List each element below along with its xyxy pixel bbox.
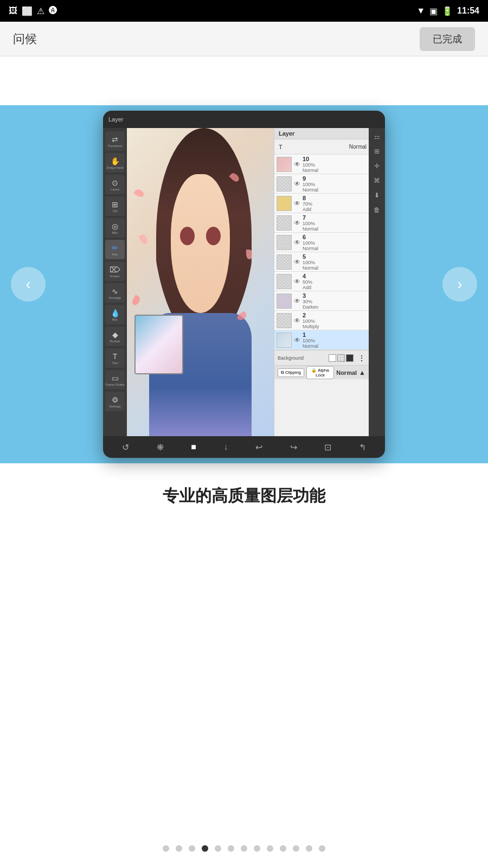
layer-row-2[interactable]: 👁 2 100% Multiply [274, 311, 369, 330]
layer-info-5: 5 100% Normal [303, 253, 367, 271]
layer-info-2: 2 100% Multiply [303, 312, 367, 329]
dot-7[interactable] [241, 845, 247, 852]
status-bar: 🖼 ⬜ ⚠ 🅐 ▼ ▣ 🔋 11:54 [0, 0, 488, 22]
square-icon: ⬜ [22, 6, 33, 16]
layer-row-7[interactable]: 👁 7 100% Normal [274, 213, 369, 233]
nav-title: 问候 [13, 31, 37, 47]
layer-row-10[interactable]: 👁 10 100% Normal [274, 155, 369, 174]
tool-bucket[interactable]: ◆ Bucket [105, 327, 125, 346]
dot-5[interactable] [215, 845, 221, 852]
dot-indicators-wrapper [0, 835, 488, 868]
bottom-redo-icon[interactable]: ↪ [290, 442, 297, 452]
layer-eye-9[interactable]: 👁 [294, 180, 300, 188]
bottom-square-icon[interactable]: ■ [191, 442, 196, 452]
dot-2[interactable] [176, 845, 182, 852]
layer-eye-3[interactable]: 👁 [294, 297, 300, 305]
layer-eye-5[interactable]: 👁 [294, 258, 300, 266]
tablet-frame: Layer ⇄ Transform ✋ Drag+Hand [103, 111, 385, 458]
dot-4[interactable] [202, 845, 208, 852]
right-icon-download[interactable]: ⬇ [370, 189, 383, 202]
tool-settings[interactable]: ⚙ Settings [105, 392, 125, 411]
layer-info-1: 1 100% Normal [303, 331, 367, 349]
tool-fill[interactable]: ⊞ Fill [105, 196, 125, 216]
layer-eye-4[interactable]: 👁 [294, 278, 300, 285]
layer-eye-10[interactable]: 👁 [294, 161, 300, 168]
done-button[interactable]: 已完成 [420, 27, 475, 51]
tool-text[interactable]: T Text [105, 348, 125, 368]
tool-pen[interactable]: ✏ Pen [105, 240, 125, 259]
layer-thumb-6 [277, 235, 292, 250]
dot-8[interactable] [254, 845, 260, 852]
layer-thumb-8 [277, 196, 292, 211]
battery-icon: 🔋 [442, 6, 453, 16]
carousel-next-button[interactable]: › [442, 267, 477, 302]
tool-smudge[interactable]: ∿ Smudge [105, 283, 125, 303]
layer-panel-header: Layer [274, 128, 369, 139]
background-more-icon[interactable]: ⋮ [358, 354, 365, 362]
settings-icon: ⚙ [112, 395, 119, 404]
bottom-back-icon[interactable]: ↰ [359, 442, 366, 452]
tool-frame[interactable]: ▭ Frame Studio [105, 370, 125, 390]
dot-12[interactable] [306, 845, 312, 852]
carousel-prev-button[interactable]: ‹ [11, 267, 46, 302]
fill-icon: ⊞ [112, 200, 118, 209]
alpha-lock-button[interactable]: 🔒 Alpha Lock [306, 366, 334, 379]
layer-row-3[interactable]: 👁 3 30% Darken [274, 291, 369, 311]
clipping-icon: ⧉ [281, 370, 284, 375]
nav-bar: 问候 已完成 [0, 22, 488, 56]
blend-bar: ⧉ Clipping 🔒 Alpha Lock Normal ▲ [274, 365, 369, 379]
lock-icon: 🔒 [311, 368, 317, 373]
layer-row-6[interactable]: 👁 6 100% Normal [274, 233, 369, 252]
layer-eye-1[interactable]: 👁 [294, 336, 300, 344]
app-title: Layer [108, 116, 124, 123]
layer-row-4[interactable]: 👁 4 50% Add [274, 272, 369, 291]
dot-11[interactable] [293, 845, 299, 852]
right-icon-2[interactable]: ⊞ [370, 145, 383, 158]
bg-white-box[interactable] [329, 354, 336, 362]
dot-13[interactable] [319, 845, 325, 852]
dot-6[interactable] [228, 845, 234, 852]
layer-info-6: 6 100% Normal [303, 234, 367, 251]
blend-mode-expand-icon[interactable]: ▲ [359, 369, 365, 376]
layer-thumb-7 [277, 215, 292, 231]
layer-thumb-1 [277, 333, 292, 348]
right-icon-1[interactable]: ⚏ [370, 130, 383, 143]
layer-row-1[interactable]: 👁 1 100% Normal [274, 330, 369, 350]
layer-t-normal: Normal [349, 144, 367, 150]
petal-6 [246, 250, 253, 259]
app-top-bar: Layer [103, 111, 385, 128]
dot-1[interactable] [163, 845, 169, 852]
background-label: Background [278, 355, 326, 361]
layer-eye-2[interactable]: 👁 [294, 317, 300, 324]
right-icon-4[interactable]: ⌘ [370, 174, 383, 187]
bg-checker-box[interactable] [337, 354, 345, 362]
layer-eye-6[interactable]: 👁 [294, 239, 300, 246]
tool-transform[interactable]: ⇄ Transform [105, 131, 125, 151]
bottom-copy-icon[interactable]: ⊡ [324, 442, 331, 452]
status-time: 11:54 [457, 6, 479, 16]
dot-9[interactable] [267, 845, 273, 852]
tool-hand[interactable]: ✋ Drag+Hand [105, 153, 125, 173]
dot-10[interactable] [280, 845, 286, 852]
tool-lasso[interactable]: ⊙ Lasso [105, 175, 125, 194]
layer-row-5[interactable]: 👁 5 100% Normal [274, 252, 369, 272]
tool-blur2[interactable]: 💧 Blur [105, 305, 125, 324]
tool-eraser[interactable]: ⌦ Eraser [105, 261, 125, 281]
layer-row-8[interactable]: 👁 8 70% Add [274, 194, 369, 213]
face-element [171, 174, 229, 313]
dot-3[interactable] [189, 845, 195, 852]
status-bar-right: ▼ ▣ 🔋 11:54 [416, 6, 479, 16]
right-icon-delete[interactable]: 🗑 [370, 203, 383, 216]
clipping-button[interactable]: ⧉ Clipping [278, 368, 304, 377]
layer-eye-8[interactable]: 👁 [294, 200, 300, 207]
bottom-flower-icon[interactable]: ❋ [157, 442, 164, 452]
layer-eye-7[interactable]: 👁 [294, 219, 300, 227]
bottom-undo-icon[interactable]: ↩ [255, 442, 262, 452]
layer-row-9[interactable]: 👁 9 100% Normal [274, 174, 369, 194]
bottom-down-icon[interactable]: ↓ [224, 442, 228, 452]
bg-dark-box[interactable] [346, 354, 354, 362]
tool-blur[interactable]: ◎ Blur [105, 218, 125, 238]
bottom-rotate-icon[interactable]: ↺ [122, 442, 129, 452]
layer-info-3: 3 30% Darken [303, 292, 367, 310]
right-icon-move[interactable]: ✛ [370, 159, 383, 173]
